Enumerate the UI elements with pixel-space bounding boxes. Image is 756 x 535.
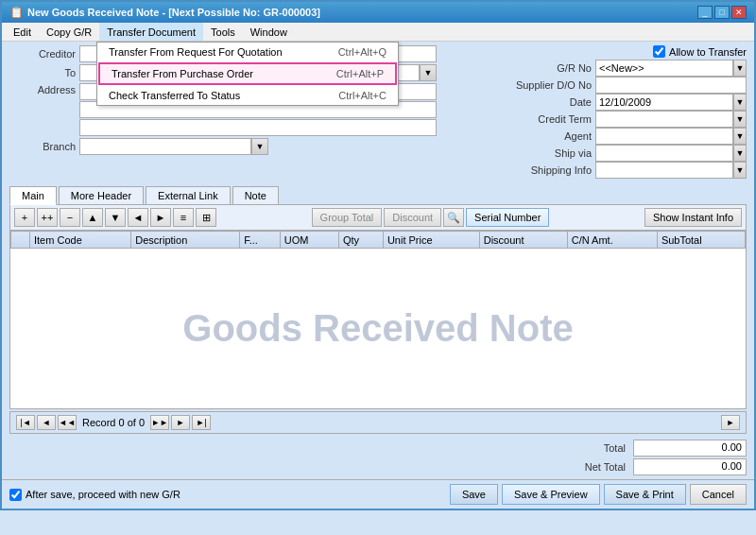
table-area: Item Code Description F... UOM Qty Unit … <box>2 231 754 409</box>
search-btn[interactable]: 🔍 <box>443 208 464 227</box>
date-label: Date <box>507 96 592 108</box>
agent-dropdown-btn[interactable]: ▼ <box>733 128 747 145</box>
tab-more-header[interactable]: More Header <box>59 186 144 204</box>
window-controls[interactable]: _ □ ✕ <box>697 6 747 19</box>
nav-next2-btn[interactable]: ►► <box>150 415 169 430</box>
agent-input[interactable] <box>595 128 733 145</box>
nav-record-text: Record 0 of 0 <box>82 417 145 428</box>
add-row-btn[interactable]: + <box>14 208 35 227</box>
supplier-do-label: Supplier D/O No <box>507 79 592 91</box>
menu-copy-gr[interactable]: Copy G/R <box>39 23 99 41</box>
branch-label: Branch <box>9 141 76 152</box>
serial-number-btn[interactable]: Serial Number <box>466 208 549 227</box>
gr-no-label: G/R No <box>507 62 592 74</box>
totals-grid: Total 0.00 Net Total 0.00 <box>585 440 747 475</box>
th-subtotal: SubTotal <box>657 232 745 249</box>
to-dropdown-btn[interactable]: ▼ <box>420 64 437 81</box>
credit-term-row: Credit Term ▼ <box>444 111 747 128</box>
group-total-btn[interactable]: Group Total <box>312 208 383 227</box>
address-label: Address <box>9 83 76 95</box>
transfer-document-dropdown: Transfer From Request For Quotation Ctrl… <box>96 42 399 106</box>
tab-external-link[interactable]: External Link <box>146 186 231 204</box>
supplier-do-row: Supplier D/O No <box>444 77 747 94</box>
dropdown-rfq-shortcut: Ctrl+Alt+Q <box>338 46 387 58</box>
menu-tools[interactable]: Tools <box>203 23 243 41</box>
dropdown-item-po[interactable]: Transfer From Purchase Order Ctrl+Alt+P <box>98 62 397 85</box>
th-unit-price: Unit Price <box>383 232 479 249</box>
window-title: New Goods Received Note - [Next Possible… <box>27 7 320 18</box>
net-total-label: Net Total <box>585 461 629 473</box>
credit-term-dropdown-btn[interactable]: ▼ <box>733 111 747 128</box>
gr-no-input[interactable] <box>595 60 733 77</box>
nav-last-btn[interactable]: ►| <box>192 415 211 430</box>
save-preview-button[interactable]: Save & Preview <box>502 484 600 505</box>
allow-transfer-checkbox[interactable] <box>653 45 665 58</box>
address-line3[interactable] <box>79 119 437 136</box>
date-input[interactable] <box>595 94 733 111</box>
ship-via-input[interactable] <box>595 145 733 162</box>
minimize-button[interactable]: _ <box>697 6 713 19</box>
shipping-info-dropdown-btn[interactable]: ▼ <box>733 162 747 179</box>
gr-no-row: G/R No ▼ <box>444 60 747 77</box>
discount-btn[interactable]: Discount <box>384 208 441 227</box>
delete-row-btn[interactable]: − <box>60 208 80 227</box>
move-down-btn[interactable]: ▼ <box>105 208 126 227</box>
agent-label: Agent <box>507 130 592 142</box>
toolbar: + ++ − ▲ ▼ ◄ ► ≡ ⊞ Group Total Discount … <box>9 205 747 231</box>
footer-left: After save, proceed with new G/R <box>9 489 180 501</box>
tab-note[interactable]: Note <box>232 186 279 204</box>
move-left-btn[interactable]: ◄ <box>128 208 148 227</box>
total-value: 0.00 <box>633 440 747 457</box>
nav-prev-btn[interactable]: ◄ <box>37 415 56 430</box>
shipping-info-row: Shipping Info ▼ <box>444 162 747 179</box>
empty-table-body: Goods Received Note <box>11 249 746 409</box>
credit-term-label: Credit Term <box>507 113 592 125</box>
dropdown-po-shortcut: Ctrl+Alt+P <box>336 68 384 79</box>
nav-prev2-btn[interactable]: ◄◄ <box>58 415 77 430</box>
dropdown-item-check[interactable]: Check Transferred To Status Ctrl+Alt+C <box>97 86 398 105</box>
table-container: Item Code Description F... UOM Qty Unit … <box>9 231 747 409</box>
agent-row: Agent ▼ <box>444 128 747 145</box>
menu-window[interactable]: Window <box>243 23 295 41</box>
shipping-info-input[interactable] <box>595 162 733 179</box>
nav-bar: |◄ ◄ ◄◄ Record 0 of 0 ►► ► ►| ► <box>9 411 747 434</box>
tab-main[interactable]: Main <box>9 186 57 205</box>
net-total-value: 0.00 <box>633 458 747 475</box>
menu-edit[interactable]: Edit <box>6 23 39 41</box>
allow-transfer-label: Allow to Transfer <box>669 46 747 58</box>
save-print-button[interactable]: Save & Print <box>604 484 686 505</box>
dropdown-item-rfq[interactable]: Transfer From Request For Quotation Ctrl… <box>97 43 398 61</box>
add-multiple-btn[interactable]: ++ <box>37 208 58 227</box>
after-save-checkbox[interactable] <box>9 489 22 501</box>
move-up-btn[interactable]: ▲ <box>82 208 103 227</box>
show-instant-info-btn[interactable]: Show Instant Info <box>644 208 742 227</box>
nav-next-btn[interactable]: ► <box>171 415 190 430</box>
move-right-btn[interactable]: ► <box>150 208 171 227</box>
dropdown-check-label: Check Transferred To Status <box>109 90 240 101</box>
th-item-code: Item Code <box>30 232 131 249</box>
menu-transfer-document[interactable]: Transfer Document <box>99 23 203 41</box>
ship-via-label: Ship via <box>507 147 592 159</box>
gr-no-dropdown-btn[interactable]: ▼ <box>733 60 747 77</box>
footer-right: Save Save & Preview Save & Print Cancel <box>450 484 747 505</box>
date-dropdown-btn[interactable]: ▼ <box>733 94 747 111</box>
th-description: Description <box>131 232 240 249</box>
cancel-button[interactable]: Cancel <box>690 484 747 505</box>
supplier-do-input[interactable] <box>595 77 747 94</box>
ship-via-dropdown-btn[interactable]: ▼ <box>733 145 747 162</box>
save-button[interactable]: Save <box>450 484 498 505</box>
grid-view-btn[interactable]: ⊞ <box>196 208 216 227</box>
dropdown-check-shortcut: Ctrl+Alt+C <box>338 90 387 101</box>
branch-input[interactable] <box>79 138 251 155</box>
nav-expand-btn[interactable]: ► <box>721 415 740 430</box>
date-row: Date ▼ <box>444 94 747 111</box>
list-view-btn[interactable]: ≡ <box>173 208 194 227</box>
nav-first-btn[interactable]: |◄ <box>16 415 35 430</box>
credit-term-input[interactable] <box>595 111 733 128</box>
th-checkbox <box>11 232 30 249</box>
ship-via-row: Ship via ▼ <box>444 145 747 162</box>
allow-transfer-row: Allow to Transfer <box>444 45 747 58</box>
branch-dropdown-btn[interactable]: ▼ <box>251 138 268 155</box>
close-button[interactable]: ✕ <box>731 6 747 19</box>
maximize-button[interactable]: □ <box>714 6 730 19</box>
